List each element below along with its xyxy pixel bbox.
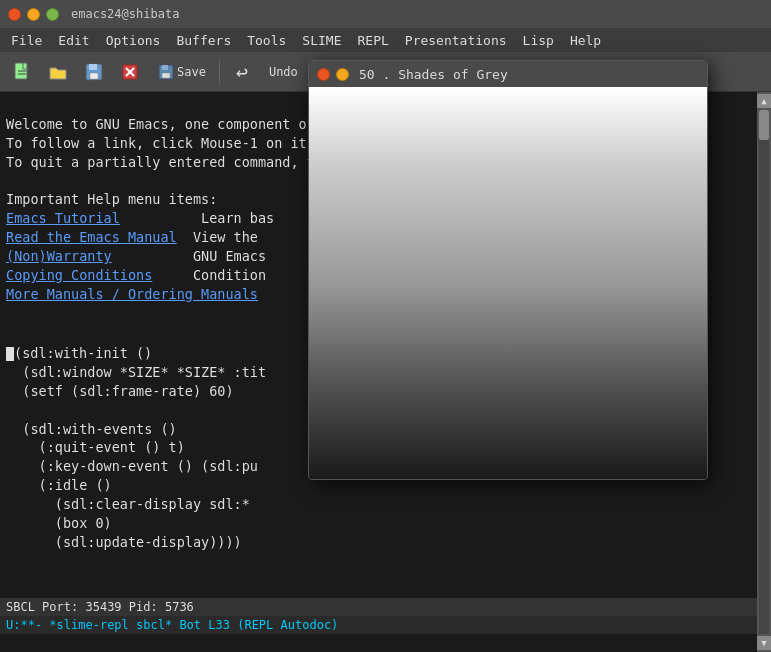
- menu-tools[interactable]: Tools: [240, 31, 293, 50]
- close-button[interactable]: [8, 8, 21, 21]
- more-manuals-link[interactable]: More Manuals / Ordering Manuals: [6, 286, 258, 302]
- overlay-minimize-button[interactable]: [336, 68, 349, 81]
- bottom-line-5: (:quit-event () t): [6, 439, 185, 455]
- scroll-up-arrow[interactable]: ▲: [757, 94, 771, 108]
- menu-repl[interactable]: REPL: [351, 31, 396, 50]
- overlay-window: 50 . Shades of Grey: [308, 60, 708, 480]
- title-bar: emacs24@shibata: [0, 0, 771, 28]
- read-manual-link[interactable]: Read the Emacs Manual: [6, 229, 177, 245]
- menu-presentations[interactable]: Presentations: [398, 31, 514, 50]
- svg-rect-4: [89, 64, 97, 70]
- menu-slime[interactable]: SLIME: [295, 31, 348, 50]
- editor-line-4: Important Help menu items:: [6, 191, 217, 207]
- link4-desc: Condition: [193, 267, 266, 283]
- overlay-close-button[interactable]: [317, 68, 330, 81]
- save-label-button[interactable]: Save: [150, 56, 213, 88]
- editor-link-1[interactable]: Emacs Tutorial Learn bas: [6, 210, 274, 226]
- undo-icon[interactable]: ↩: [226, 56, 258, 88]
- save-file-button[interactable]: [78, 56, 110, 88]
- scrollbar-right[interactable]: ▲ ▼: [757, 92, 771, 652]
- bottom-line-4: (sdl:with-events (): [6, 421, 177, 437]
- scroll-down-arrow[interactable]: ▼: [757, 636, 771, 650]
- minimize-button[interactable]: [27, 8, 40, 21]
- bottom-line-8: (sdl:clear-display sdl:*: [6, 496, 250, 512]
- save-button-label: Save: [177, 65, 206, 79]
- overlay-content: [309, 87, 707, 479]
- menu-buffers[interactable]: Buffers: [169, 31, 238, 50]
- minibuffer[interactable]: [0, 634, 757, 652]
- sbcl-status-text: SBCL Port: 35439 Pid: 5736: [6, 599, 194, 616]
- bottom-line-10: (sdl:update-display)))): [6, 534, 242, 550]
- bottom-line-7: (:idle (): [6, 477, 112, 493]
- non-warranty-link[interactable]: (Non)Warranty: [6, 248, 112, 264]
- menu-lisp[interactable]: Lisp: [516, 31, 561, 50]
- scroll-thumb[interactable]: [759, 110, 769, 140]
- bottom-line-9: (box 0): [6, 515, 112, 531]
- bottom-line-2: (setf (sdl:frame-rate) 60): [6, 383, 234, 399]
- editor-blank: [6, 324, 14, 340]
- menu-options[interactable]: Options: [99, 31, 168, 50]
- menu-edit[interactable]: Edit: [51, 31, 96, 50]
- bottom-line-0: (sdl:with-init (): [14, 345, 152, 361]
- overlay-title: 50 . Shades of Grey: [359, 67, 508, 82]
- final-status-bar: U:**- *slime-repl sbcl* Bot L33 (REPL Au…: [0, 616, 757, 634]
- window-title: emacs24@shibata: [71, 7, 179, 21]
- editor-link-2[interactable]: Read the Emacs Manual View the: [6, 229, 258, 245]
- undo-button-label: Undo: [269, 65, 298, 79]
- toolbar-separator: [219, 60, 220, 84]
- svg-rect-11: [162, 73, 170, 78]
- bottom-line-6: (:key-down-event () (sdl:pu: [6, 458, 258, 474]
- maximize-button[interactable]: [46, 8, 59, 21]
- bottom-line-1: (sdl:window *SIZE* *SIZE* :tit: [6, 364, 266, 380]
- scroll-track[interactable]: [759, 110, 769, 634]
- menu-bar: File Edit Options Buffers Tools SLIME RE…: [0, 28, 771, 52]
- editor-link-5[interactable]: More Manuals / Ordering Manuals: [6, 286, 258, 302]
- open-file-button[interactable]: [42, 56, 74, 88]
- menu-help[interactable]: Help: [563, 31, 608, 50]
- copying-conditions-link[interactable]: Copying Conditions: [6, 267, 152, 283]
- link2-desc: View the: [193, 229, 258, 245]
- editor-link-4[interactable]: Copying Conditions Condition: [6, 267, 266, 283]
- close-file-button[interactable]: [114, 56, 146, 88]
- new-file-button[interactable]: [6, 56, 38, 88]
- editor-link-3[interactable]: (Non)Warranty GNU Emacs: [6, 248, 266, 264]
- svg-rect-5: [90, 73, 98, 79]
- link3-desc: GNU Emacs: [193, 248, 266, 264]
- menu-file[interactable]: File: [4, 31, 49, 50]
- emacs-tutorial-link[interactable]: Emacs Tutorial: [6, 210, 120, 226]
- undo-button[interactable]: Undo: [262, 56, 305, 88]
- final-status-text: U:**- *slime-repl sbcl* Bot L33 (REPL Au…: [6, 617, 338, 634]
- svg-rect-10: [162, 65, 168, 70]
- code-cursor: [6, 347, 14, 361]
- overlay-title-bar: 50 . Shades of Grey: [309, 61, 707, 87]
- sbcl-status-bar: SBCL Port: 35439 Pid: 5736: [0, 598, 757, 616]
- link1-desc: Learn bas: [201, 210, 274, 226]
